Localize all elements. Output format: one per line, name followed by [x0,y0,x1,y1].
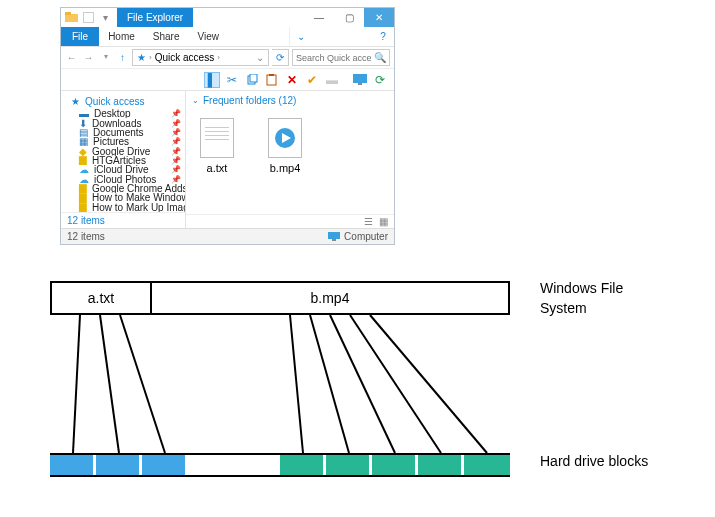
pin-icon: 📌 [171,109,181,118]
breadcrumb-item[interactable]: Quick access [155,52,214,63]
window-title-text: File Explorer [127,12,183,23]
pin-icon: 📌 [171,175,181,184]
disk-block [418,455,464,475]
sidebar-item-label: HTGArticles [92,156,146,165]
label-hard-drive-blocks: Hard drive blocks [540,453,648,469]
drive-icon: ◆ [79,146,87,155]
address-bar[interactable]: ★ › Quick access › ⌄ [132,49,269,66]
sidebar-item[interactable]: ▬Desktop📌 [61,109,185,118]
fs-cell-atxt: a.txt [52,283,152,313]
dropdown-qat-icon[interactable]: ▾ [99,11,112,24]
sidebar-item[interactable]: ▤Documents📌 [61,128,185,137]
sidebar-item-label: Google Chrome Adds Two Ways to… [92,184,185,193]
copy-button[interactable] [244,72,260,88]
ribbon-tab-label: Home [108,31,135,42]
section-header-label: Frequent folders (12) [203,95,296,106]
nav-recent-button[interactable]: ▾ [99,52,112,63]
sync-button[interactable]: ⟳ [372,72,388,88]
sidebar-footer-label: 12 items [67,215,105,226]
sidebar-item[interactable]: ☁iCloud Photos📌 [61,175,185,184]
ribbon-tab-home[interactable]: Home [99,27,144,46]
sidebar-item-label: iCloud Photos [94,175,156,184]
navigation-pane: ★ Quick access ▬Desktop📌 ⬇Downloads📌 ▤Do… [61,91,186,228]
sidebar-item-label: Pictures [93,137,129,146]
ribbon-tab-view[interactable]: View [189,27,229,46]
paste-button[interactable] [264,72,280,88]
ribbon-tab-share[interactable]: Share [144,27,189,46]
sidebar-item[interactable]: ▇Google Chrome Adds Two Ways to… [61,184,185,193]
disk-block [280,455,326,475]
sidebar-item[interactable]: ▇How to Mark Up Image Attachments… [61,203,185,212]
ribbon-tabs: File Home Share View ⌄ ? [61,27,394,47]
ribbon-file-label: File [72,31,88,42]
pin-icon: 📌 [171,137,181,146]
search-field[interactable] [296,53,371,63]
monitor-button[interactable] [352,72,368,88]
window-title: File Explorer [117,8,193,27]
new-item-button[interactable]: ▌ [204,72,220,88]
label-windows-file-system: Windows File System [540,278,623,319]
filesystem-row: a.txt b.mp4 [50,281,510,315]
ribbon-tab-label: Share [153,31,180,42]
disk-block [188,455,234,475]
folder-app-icon [65,11,78,24]
details-view-button[interactable]: ☰ [364,216,373,227]
breadcrumb-separator-icon: › [217,53,220,62]
ribbon-expand-button[interactable]: ⌄ [289,27,311,46]
pin-icon: 📌 [171,119,181,128]
help-button[interactable]: ? [372,27,394,46]
close-button[interactable]: ✕ [364,8,394,27]
file-item-video[interactable]: b.mp4 [260,118,310,202]
svg-rect-6 [353,74,367,83]
svg-line-12 [73,315,80,453]
pin-icon: 📌 [171,147,181,156]
video-file-icon [268,118,302,158]
maximize-button[interactable]: ▢ [334,8,364,27]
disk-block [326,455,372,475]
status-item-count: 12 items [67,231,105,242]
refresh-button[interactable]: ⟳ [272,49,289,66]
sidebar-header-quick-access[interactable]: ★ Quick access [61,94,185,109]
cloud-icon: ☁ [79,175,89,184]
file-label: b.mp4 [270,162,301,174]
section-header[interactable]: ⌄ Frequent folders (12) [186,91,394,110]
sidebar-item[interactable]: ⬇Downloads📌 [61,118,185,127]
pin-icon: 📌 [171,128,181,137]
quick-access-toolbar-icon[interactable] [83,12,94,23]
content-pane: ⌄ Frequent folders (12) a.txt b.mp4 [186,91,394,228]
sidebar-item-label: Google Drive [92,146,150,155]
disk-block [96,455,142,475]
search-icon[interactable]: 🔍 [374,52,386,63]
nav-forward-button[interactable]: → [82,52,95,63]
svg-line-17 [330,315,395,453]
sidebar-item[interactable]: ◆Google Drive📌 [61,146,185,155]
search-input[interactable]: 🔍 [292,49,390,66]
svg-rect-7 [358,83,362,85]
addressbar-dropdown-icon[interactable]: ⌄ [256,52,264,63]
svg-line-14 [120,315,165,453]
pictures-icon: ▦ [79,137,88,146]
minimize-button[interactable]: ― [304,8,334,27]
separator: ▬ [324,72,340,88]
text-file-icon [200,118,234,158]
sidebar-item[interactable]: ▇HTGArticles📌 [61,156,185,165]
status-bar: 12 items Computer [61,228,394,244]
confirm-button[interactable]: ✔ [304,72,320,88]
sidebar-item[interactable]: ▇How to Make Windows 10 File Explorer… [61,193,185,202]
ribbon-file-tab[interactable]: File [61,27,99,46]
delete-button[interactable]: ✕ [284,72,300,88]
sidebar-item-label: iCloud Drive [94,165,148,174]
star-icon: ★ [71,96,80,107]
nav-back-button[interactable]: ← [65,52,78,63]
sidebar-item[interactable]: ☁iCloud Drive📌 [61,165,185,174]
cut-button[interactable]: ✂ [224,72,240,88]
filesystem-diagram: a.txt b.mp4 Windows File System Hard dri… [50,281,660,501]
sidebar-item[interactable]: ▦Pictures📌 [61,137,185,146]
svg-rect-3 [250,74,257,82]
disk-block [50,455,96,475]
disk-blocks-row [50,453,510,477]
fs-cell-label: a.txt [88,290,114,306]
nav-up-button[interactable]: ↑ [116,52,129,63]
icons-view-button[interactable]: ▦ [379,216,388,227]
file-item-txt[interactable]: a.txt [192,118,242,202]
